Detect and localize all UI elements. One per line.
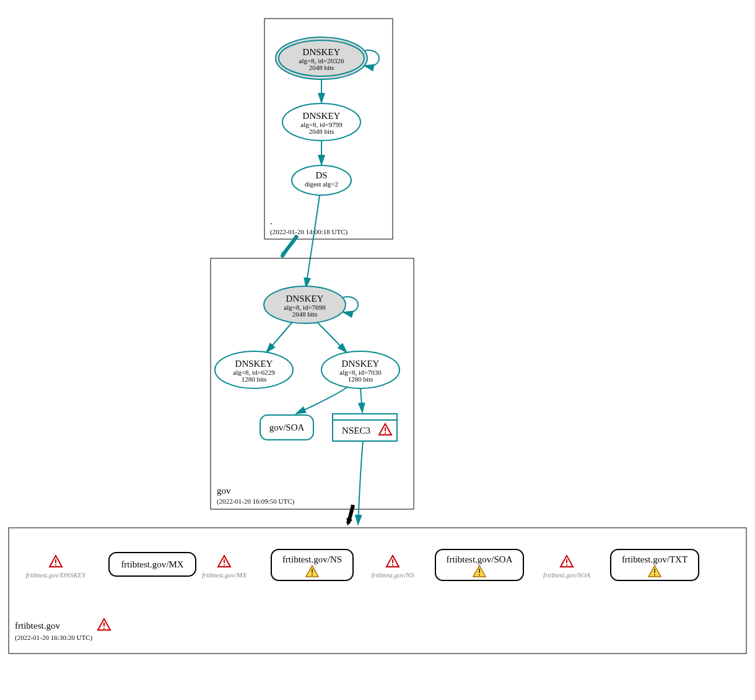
node-frtibtest-soa: frtibtest.gov/SOA (435, 549, 523, 580)
node-gov-soa: gov/SOA (260, 415, 313, 440)
error-icon (386, 556, 399, 567)
zone-gov-timestamp: (2022-01-20 16:09:50 UTC) (217, 497, 295, 505)
zone-frtibtest-box (9, 528, 746, 654)
gov-zsk1-line2: 1280 bits (242, 375, 267, 383)
error-icon (561, 556, 573, 567)
svg-rect-28 (566, 564, 567, 566)
ghost-ns-label: frtibtest.gov/NS (372, 571, 414, 579)
error-icon (98, 619, 110, 630)
error-icon (218, 556, 230, 567)
zone-gov-label: gov (217, 486, 231, 496)
gov-nsec3-title: NSEC3 (342, 426, 370, 435)
svg-rect-18 (224, 564, 225, 566)
zone-root-label: . (270, 216, 273, 226)
ghost-soa-label: frtibtest.gov/SOA (543, 571, 590, 579)
ghost-mx-label: frtibtest.gov/MX (202, 571, 247, 579)
svg-rect-13 (103, 628, 105, 629)
svg-rect-12 (103, 623, 105, 626)
gov-zsk2-title: DNSKEY (342, 359, 380, 369)
svg-rect-27 (566, 559, 567, 563)
node-frtibtest-mx: frtibtest.gov/MX (109, 553, 196, 576)
edge-ds-to-gov-ksk (306, 195, 320, 287)
node-root-ds: DS digest alg=2 (292, 165, 351, 195)
txt-label: frtibtest.gov/TXT (622, 554, 687, 564)
svg-rect-14 (55, 559, 56, 563)
ghost-dnskey: frtibtest.gov/DNSKEY (26, 556, 87, 579)
edge-gov-ksk-zsk2 (317, 322, 347, 352)
svg-rect-30 (654, 569, 655, 573)
zone-frtibtest-label: frtibtest.gov (15, 621, 60, 631)
svg-rect-11 (385, 432, 386, 434)
svg-rect-20 (312, 569, 313, 573)
node-frtibtest-ns: frtibtest.gov/NS (271, 549, 353, 580)
svg-rect-31 (654, 574, 655, 575)
ghost-ns: frtibtest.gov/NS (372, 556, 414, 579)
ns-label: frtibtest.gov/NS (282, 554, 342, 564)
edge-gov-ksk-zsk1 (266, 322, 292, 352)
soa-label: frtibtest.gov/SOA (446, 554, 512, 564)
gov-soa-title: gov/SOA (269, 422, 305, 432)
svg-rect-17 (224, 559, 225, 563)
gov-ksk-title: DNSKEY (286, 294, 324, 304)
root-ksk-line2: 2048 bits (309, 64, 334, 71)
error-icon (50, 556, 62, 567)
node-gov-zsk2: DNSKEY alg=8, id=7030 1280 bits (321, 351, 399, 388)
root-ksk-title: DNSKEY (303, 47, 341, 57)
edge-gov-zsk2-soa (296, 387, 348, 414)
node-gov-ksk: DNSKEY alg=8, id=7698 2048 bits (264, 286, 346, 323)
edge-nsec3-to-child (358, 441, 363, 525)
svg-rect-15 (55, 564, 56, 566)
node-root-ksk: DNSKEY alg=8, id=20326 2048 bits (276, 37, 367, 79)
svg-rect-21 (312, 574, 313, 575)
svg-rect-22 (392, 559, 393, 563)
node-gov-nsec3: NSEC3 (333, 414, 397, 441)
svg-rect-10 (385, 427, 386, 431)
svg-rect-23 (392, 564, 393, 566)
gov-ksk-line2: 2048 bits (292, 310, 318, 318)
svg-rect-26 (479, 574, 480, 575)
ghost-mx: frtibtest.gov/MX (202, 556, 247, 579)
root-ds-line1: digest alg=2 (305, 180, 338, 188)
node-gov-zsk1: DNSKEY alg=8, id=6229 1280 bits (215, 351, 293, 388)
edge-gov-to-child-deleg (348, 505, 353, 523)
mx-label: frtibtest.gov/MX (121, 559, 183, 569)
ghost-dnskey-label: frtibtest.gov/DNSKEY (26, 571, 87, 579)
gov-zsk2-line2: 1280 bits (348, 375, 373, 383)
dnssec-diagram: . (2022-01-20 14:00:18 UTC) DNSKEY alg=8… (0, 0, 755, 700)
zone-root-timestamp: (2022-01-20 14:00:18 UTC) (270, 228, 348, 236)
ghost-soa: frtibtest.gov/SOA (543, 556, 590, 579)
zone-frtibtest-timestamp: (2022-01-20 16:30:20 UTC) (15, 634, 93, 642)
edge-gov-zsk2-nsec3 (360, 388, 362, 413)
node-frtibtest-txt: frtibtest.gov/TXT (611, 549, 699, 580)
root-zsk-line2: 2048 bits (309, 128, 334, 135)
node-root-zsk: DNSKEY alg=8, id=9799 2048 bits (282, 103, 360, 141)
edge-root-to-gov-deleg (282, 235, 297, 257)
svg-rect-25 (479, 569, 480, 573)
root-zsk-title: DNSKEY (303, 111, 341, 121)
root-ds-title: DS (315, 170, 327, 180)
gov-zsk1-title: DNSKEY (235, 359, 273, 369)
